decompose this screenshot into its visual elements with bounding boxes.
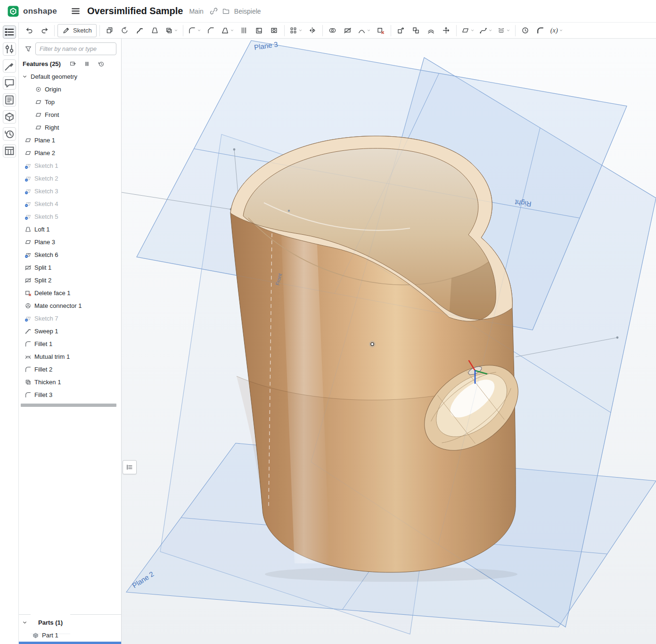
split-button[interactable] <box>341 24 355 37</box>
project-folder-name[interactable]: Beispiele <box>234 8 261 15</box>
feature-item-fillet-1[interactable]: Fillet 1 <box>19 338 121 350</box>
onshape-logo-icon[interactable] <box>8 6 19 17</box>
parts-group-header[interactable]: Parts (1) <box>19 616 121 629</box>
feature-item-fillet-3[interactable]: Fillet 3 <box>19 388 121 401</box>
sidebar-configurations-button[interactable] <box>3 42 16 56</box>
mutual-trim-icon <box>25 353 32 360</box>
chamfer-button[interactable] <box>204 24 218 37</box>
hole-button[interactable] <box>267 24 281 37</box>
rollback-bar[interactable] <box>21 404 116 407</box>
main-toolbar: Sketch(x) <box>19 23 656 39</box>
extrude-button[interactable] <box>103 24 117 37</box>
sweep-button[interactable] <box>133 24 147 37</box>
feature-item-fillet-2[interactable]: Fillet 2 <box>19 363 121 376</box>
loft-button[interactable] <box>148 24 162 37</box>
pause-button[interactable] <box>82 59 92 68</box>
linear-pattern-icon <box>289 26 297 34</box>
composite-curve-button[interactable] <box>477 24 494 37</box>
loft-icon <box>151 26 159 34</box>
thicken-button[interactable] <box>163 24 180 37</box>
feature-item-mate-connector-1[interactable]: Mate connector 1 <box>19 299 121 312</box>
rib-button[interactable] <box>237 24 251 37</box>
transform-icon <box>442 26 450 34</box>
chevron-down-icon <box>22 619 28 626</box>
delete-face-button[interactable] <box>374 24 388 37</box>
tree-group-default-geometry[interactable]: Default geometry <box>19 70 121 83</box>
draft-button[interactable] <box>219 24 236 37</box>
feature-item-sketch-4[interactable]: Sketch 4 <box>19 198 121 210</box>
fillet-button[interactable] <box>186 24 203 37</box>
measure-button[interactable] <box>518 24 533 37</box>
panel-scrollbar[interactable] <box>19 642 121 644</box>
chevron-down-icon <box>174 28 178 33</box>
chevron-down-icon <box>470 28 475 33</box>
panel-spacer <box>19 407 121 614</box>
feature-item-right[interactable]: Right <box>19 121 121 134</box>
sidebar-tables-button[interactable] <box>3 144 16 157</box>
feature-item-sketch-3[interactable]: Sketch 3 <box>19 185 121 198</box>
feature-item-split-1[interactable]: Split 1 <box>19 261 121 274</box>
feature-item-plane-3[interactable]: Plane 3 <box>19 236 121 248</box>
redo-button[interactable] <box>37 24 51 37</box>
replace-face-button[interactable] <box>409 24 423 37</box>
move-face-button[interactable] <box>394 24 408 37</box>
feature-item-loft-1[interactable]: Loft 1 <box>19 223 121 236</box>
transform-button[interactable] <box>439 24 453 37</box>
sheet-metal-icon <box>536 26 544 34</box>
filter-input[interactable] <box>35 42 116 55</box>
feature-list-flyout-button[interactable] <box>123 460 137 474</box>
feature-item-mutual-trim-1[interactable]: Mutual trim 1 <box>19 350 121 363</box>
boolean-button[interactable] <box>326 24 340 37</box>
hamburger-menu-button[interactable] <box>69 5 82 18</box>
insert-dialog-button[interactable] <box>68 59 78 68</box>
pencil-icon <box>62 26 70 34</box>
feature-item-sweep-1[interactable]: Sweep 1 <box>19 325 121 338</box>
sidebar-notes-button[interactable] <box>3 93 16 107</box>
helix-button[interactable] <box>495 24 512 37</box>
feature-item-sketch-1[interactable]: Sketch 1 <box>19 159 121 172</box>
revolve-button[interactable] <box>118 24 132 37</box>
sidebar-versions-button[interactable] <box>3 110 16 124</box>
feature-item-front[interactable]: Front <box>19 108 121 121</box>
sidebar-feature-list-button[interactable] <box>3 25 16 39</box>
delete-face-icon <box>25 289 32 297</box>
sidebar-history-button[interactable] <box>3 127 16 140</box>
sidebar-comments-button[interactable] <box>3 76 16 90</box>
mirror-button[interactable] <box>305 24 320 37</box>
folder-icon[interactable] <box>222 7 230 15</box>
feature-item-sketch-7[interactable]: Sketch 7 <box>19 312 121 325</box>
variable-button[interactable]: (x) <box>549 24 565 37</box>
feature-item-delete-face-1[interactable]: Delete face 1 <box>19 287 121 299</box>
rollback-clock-button[interactable] <box>97 59 106 68</box>
feature-item-sketch-5[interactable]: Sketch 5 <box>19 210 121 223</box>
chevron-down-icon <box>197 28 201 33</box>
loft-icon <box>25 226 32 233</box>
linear-pattern-button[interactable] <box>287 24 304 37</box>
revolve-icon <box>121 26 129 34</box>
feature-item-sketch-2[interactable]: Sketch 2 <box>19 172 121 185</box>
features-header-row: Features (25) <box>19 58 121 70</box>
sidebar-appearance-button[interactable] <box>3 59 16 73</box>
share-link-icon[interactable] <box>210 7 218 15</box>
feature-item-split-2[interactable]: Split 2 <box>19 274 121 287</box>
feature-item-plane-1[interactable]: Plane 1 <box>19 134 121 147</box>
plane-button[interactable] <box>459 24 476 37</box>
part-model[interactable] <box>230 136 534 582</box>
sketch-button[interactable]: Sketch <box>57 24 97 37</box>
3d-viewport-canvas[interactable]: Plane 3 Right Plane 2 Front <box>122 39 656 644</box>
part-icon <box>32 632 39 639</box>
branch-name[interactable]: Main <box>189 8 203 15</box>
feature-item-thicken-1[interactable]: Thicken 1 <box>19 376 121 388</box>
feature-item-origin[interactable]: Origin <box>19 83 121 96</box>
fillet-icon <box>25 391 32 398</box>
undo-button[interactable] <box>22 24 36 37</box>
feature-item-top[interactable]: Top <box>19 96 121 108</box>
offset-surface-button[interactable] <box>424 24 438 37</box>
offset-surface-icon <box>427 26 435 34</box>
origin-icon <box>35 86 42 93</box>
shell-button[interactable] <box>252 24 266 37</box>
feature-item-sketch-6[interactable]: Sketch 6 <box>19 248 121 261</box>
feature-item-plane-2[interactable]: Plane 2 <box>19 147 121 159</box>
sheet-metal-button[interactable] <box>533 24 548 37</box>
surface-fillet-button[interactable] <box>356 24 373 37</box>
